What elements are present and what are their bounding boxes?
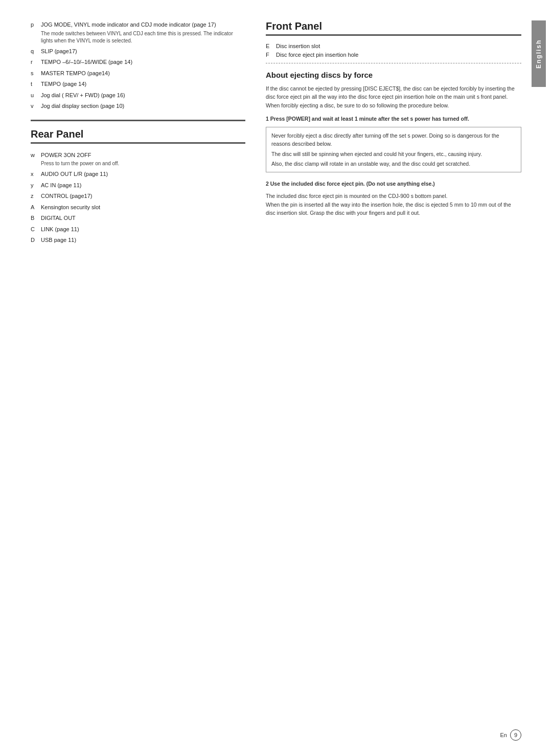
warning-line-2: The disc will still be spinning when eje… <box>271 150 516 158</box>
page-prefix: En <box>500 732 507 738</box>
list-item: s MASTER TEMPO (page14) <box>31 69 245 78</box>
step2-body: The included disc force eject pin is mou… <box>266 192 521 217</box>
section-divider <box>31 120 245 121</box>
item-letter: z <box>31 192 38 201</box>
item-letter: D <box>31 236 38 244</box>
right-column: English Front Panel E Disc insertion slo… <box>266 20 521 253</box>
front-panel-section: Front Panel E Disc insertion slot F Disc… <box>266 20 521 217</box>
item-letter: C <box>31 225 38 234</box>
list-item: u Jog dial ( REV/ + FWD) (page 16) <box>31 91 245 100</box>
item-text: Jog dial display section (page 10) <box>41 102 124 110</box>
item-text: MASTER TEMPO (page14) <box>41 69 110 78</box>
left-column: p JOG MODE, VINYL mode indicator and CDJ… <box>31 20 245 253</box>
item-letter: F <box>266 52 273 58</box>
step2-label: 2 Use the included disc force eject pin.… <box>266 180 521 188</box>
page-circle: 9 <box>510 729 521 741</box>
item-text: AUDIO OUT L/R (page 11) <box>41 170 108 179</box>
front-panel-title: Front Panel <box>266 20 521 36</box>
intro-items-list: p JOG MODE, VINYL mode indicator and CDJ… <box>31 20 245 110</box>
dashed-divider <box>266 63 521 63</box>
list-item: q SLIP (page17) <box>31 47 245 56</box>
list-item: C LINK (page 11) <box>31 225 245 234</box>
about-ejecting-section: About ejecting discs by force If the dis… <box>266 71 521 217</box>
item-letter: E <box>266 43 273 49</box>
item-text: TEMPO (page 14) <box>41 80 86 88</box>
ejecting-intro: If the disc cannot be ejected by pressin… <box>266 84 521 109</box>
item-sub: Press to turn the power on and off. <box>41 160 245 167</box>
item-letter: A <box>31 203 38 212</box>
step1-label: 1 Press [POWER] and wait at least 1 minu… <box>266 115 521 123</box>
item-letter: r <box>31 58 38 66</box>
front-panel-items: E Disc insertion slot F Disc force eject… <box>266 43 521 58</box>
item-letter: p <box>31 20 38 29</box>
item-letter: u <box>31 91 38 100</box>
item-letter: t <box>31 80 38 88</box>
item-text: DIGITAL OUT <box>41 214 76 223</box>
item-letter: v <box>31 102 38 110</box>
item-letter: y <box>31 181 38 190</box>
two-column-layout: p JOG MODE, VINYL mode indicator and CDJ… <box>31 20 521 253</box>
warning-line-1: Never forcibly eject a disc directly aft… <box>271 131 516 148</box>
item-text: Kensington security slot <box>41 203 100 212</box>
about-ejecting-title: About ejecting discs by force <box>266 71 521 79</box>
item-letter: q <box>31 47 38 56</box>
list-item: A Kensington security slot <box>31 203 245 212</box>
list-item: x AUDIO OUT L/R (page 11) <box>31 170 245 179</box>
item-text: CONTROL (page17) <box>41 192 92 201</box>
page-container: p JOG MODE, VINYL mode indicator and CDJ… <box>0 0 552 756</box>
list-item: p JOG MODE, VINYL mode indicator and CDJ… <box>31 20 245 45</box>
item-text: POWER 3ON 2OFF <box>41 151 91 160</box>
item-text: AC IN (page 11) <box>41 181 81 190</box>
list-item: v Jog dial display section (page 10) <box>31 102 245 110</box>
item-text: USB page 11) <box>41 236 76 244</box>
item-letter: s <box>31 69 38 78</box>
item-text: TEMPO –6/–10/–16/WIDE (page 14) <box>41 58 132 66</box>
english-tab: English <box>532 20 546 87</box>
item-text: SLIP (page17) <box>41 47 77 56</box>
item-text: JOG MODE, VINYL mode indicator and CDJ m… <box>41 20 216 29</box>
item-text: LINK (page 11) <box>41 225 79 234</box>
item-letter: w <box>31 151 38 160</box>
item-letter: x <box>31 170 38 179</box>
warning-box: Never forcibly eject a disc directly aft… <box>266 127 521 172</box>
list-item: D USB page 11) <box>31 236 245 244</box>
rear-panel-section: Rear Panel w POWER 3ON 2OFF Press to tur… <box>31 128 245 244</box>
item-text: Disc insertion slot <box>276 43 320 49</box>
list-item: y AC IN (page 11) <box>31 181 245 190</box>
warning-line-3: Also, the disc clamp will rotate in an u… <box>271 160 516 168</box>
page-number-text: 9 <box>514 732 517 738</box>
page-number-area: En 9 <box>500 729 521 741</box>
item-text: Jog dial ( REV/ + FWD) (page 16) <box>41 91 125 100</box>
list-item: B DIGITAL OUT <box>31 214 245 223</box>
list-item: w POWER 3ON 2OFF Press to turn the power… <box>31 151 245 168</box>
rear-panel-title: Rear Panel <box>31 128 245 144</box>
item-letter: B <box>31 214 38 223</box>
list-item: z CONTROL (page17) <box>31 192 245 201</box>
item-text: Disc force eject pin insertion hole <box>276 52 358 58</box>
item-sub: The mode switches between VINYL and CDJ … <box>41 30 245 45</box>
list-item: r TEMPO –6/–10/–16/WIDE (page 14) <box>31 58 245 66</box>
rear-panel-list: w POWER 3ON 2OFF Press to turn the power… <box>31 151 245 244</box>
english-tab-label: English <box>535 39 542 68</box>
list-item: t TEMPO (page 14) <box>31 80 245 88</box>
